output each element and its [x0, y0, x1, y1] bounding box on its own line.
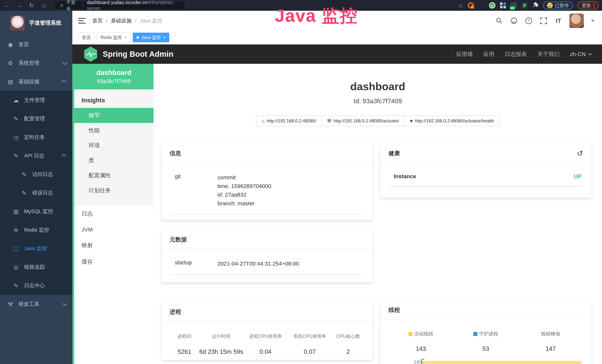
- file-upload-icon: ☁: [13, 97, 19, 104]
- sidebar-item-file-mgmt[interactable]: ☁文件管理: [0, 91, 72, 109]
- process-value-pid: 5261: [170, 348, 199, 355]
- sba-nav-applications[interactable]: 应用: [483, 50, 494, 58]
- live-threads-label: 活动线程: [414, 331, 433, 337]
- sidebar-item-log-center[interactable]: ✎日志中心: [0, 276, 72, 295]
- search-icon[interactable]: [495, 17, 503, 25]
- daemon-threads-swatch: [473, 332, 477, 336]
- sba-item-config-props[interactable]: 配置属性: [74, 168, 153, 183]
- peak-threads-label: 线程峰值: [541, 331, 560, 337]
- app-logo: [10, 16, 25, 30]
- metadata-row-startup: startup 2021-04-27T00:44:31.254+08:00: [170, 258, 364, 275]
- forward-icon[interactable]: →: [16, 2, 23, 9]
- chevron-up-icon: [61, 80, 66, 84]
- security-label[interactable]: 不安全: [66, 0, 79, 11]
- extensions-puzzle-icon[interactable]: [532, 2, 538, 9]
- sidebar-item-infrastructure[interactable]: ▤基础设施: [0, 72, 72, 91]
- sba-item-caches[interactable]: 缓存: [74, 254, 153, 270]
- threads-legend: 活动线程 守护进程 线程峰值 143 53 147: [388, 329, 583, 352]
- fullscreen-icon[interactable]: [540, 17, 548, 25]
- heart-icon: ♥: [410, 118, 413, 124]
- breadcrumb-home[interactable]: 首页: [92, 17, 103, 24]
- threads-chart: 140 120 100: [388, 359, 583, 364]
- tab-java-monitor[interactable]: Java 监控×: [133, 33, 169, 42]
- font-size-icon[interactable]: tT: [555, 17, 562, 25]
- spring-boot-admin-frame: Spring Boot Admin 应用墙 应用 日志报表 关于我们 zh-CN: [72, 44, 602, 364]
- paused-badge[interactable]: 已暂停: [543, 1, 573, 10]
- extension-switch-icon[interactable]: on: [511, 2, 517, 9]
- sidebar-item-home[interactable]: ◉首页: [0, 35, 72, 54]
- info-key: git: [175, 173, 217, 208]
- sba-item-logs[interactable]: 日志: [74, 205, 153, 222]
- peak-threads-value: 147: [518, 345, 583, 352]
- sba-nav-journal[interactable]: 日志报表: [505, 50, 527, 58]
- app-logo-row[interactable]: 芋道管理系统: [0, 11, 72, 35]
- sba-item-jvm[interactable]: JVM: [74, 222, 153, 237]
- collapse-sidebar-icon[interactable]: [78, 18, 86, 24]
- breadcrumb-infrastructure[interactable]: 基础设施: [111, 17, 132, 24]
- sidebar-item-redis-monitor[interactable]: ≋Redis 监控: [0, 221, 72, 239]
- wrench-icon: ⚒: [327, 118, 331, 124]
- github-icon[interactable]: [510, 17, 518, 25]
- process-card: 进程 进程ID 运行时间 进程CPU使用率 系统CPU使用率 CPU核心数: [161, 302, 373, 360]
- extension-leaf-icon[interactable]: [521, 2, 528, 9]
- instance-header[interactable]: dashboard 93a3fc7f7409: [74, 64, 153, 89]
- back-icon[interactable]: ←: [3, 2, 11, 9]
- info-card-title: 信息: [170, 150, 181, 157]
- tab-redis-monitor[interactable]: Redis 监控×: [97, 33, 130, 42]
- health-card: 健康 ↺ Instance UP: [380, 144, 591, 198]
- sba-item-details[interactable]: 细节: [74, 108, 153, 123]
- live-threads-swatch: [408, 332, 412, 336]
- sba-item-classes[interactable]: 类: [74, 153, 153, 168]
- home-icon: ⌂: [262, 118, 265, 124]
- instance-home-link[interactable]: ⌂http://192.168.0.2:48080/: [256, 116, 322, 126]
- sba-brand[interactable]: Spring Boot Admin: [83, 46, 173, 62]
- health-key: Instance: [394, 173, 416, 180]
- extension-orange-icon[interactable]: [468, 2, 474, 9]
- tab-home[interactable]: 首页: [78, 33, 95, 42]
- instance-links: ⌂http://192.168.0.2:48080/ ⚒http://192.1…: [153, 116, 602, 126]
- reload-icon[interactable]: ↻: [28, 2, 35, 9]
- bookmark-star-icon[interactable]: ☆: [458, 2, 463, 9]
- error-log-icon: ✎: [21, 190, 27, 196]
- process-value-system-cpu: 0.07: [288, 348, 332, 355]
- sidebar-item-api-logs[interactable]: ✎API 日志: [0, 147, 72, 165]
- sba-item-mappings[interactable]: 映射: [74, 237, 153, 254]
- page-title: dashboard: [153, 80, 602, 93]
- process-value-uptime: 6d 23h 15m 59s: [199, 348, 243, 355]
- sidebar-item-tracing[interactable]: ◎链路追踪: [0, 258, 72, 276]
- extension-y-icon[interactable]: [489, 2, 495, 9]
- sba-nav-about[interactable]: 关于我们: [537, 50, 559, 58]
- sidebar-item-config-mgmt[interactable]: ✎配置管理: [0, 109, 72, 128]
- sidebar-item-error-logs[interactable]: ✎错误日志: [0, 183, 72, 202]
- health-card-title: 健康: [388, 150, 400, 157]
- process-value-cpus: 2: [332, 348, 364, 355]
- close-icon[interactable]: ×: [163, 35, 166, 40]
- sidebar-item-system-mgmt[interactable]: ⚙系统管理: [0, 54, 72, 72]
- actuator-link[interactable]: ⚒http://192.168.0.2:48080/actuator: [322, 116, 405, 126]
- sidebar-item-java-monitor[interactable]: ▢Java 监控: [0, 239, 72, 258]
- health-link[interactable]: ♥http://192.168.0.2:48080/actuator/healt…: [404, 116, 499, 126]
- sba-item-metrics[interactable]: 性能: [74, 123, 153, 138]
- sidebar-item-scheduled-tasks[interactable]: ◷定时任务: [0, 128, 72, 147]
- kebab-menu-icon[interactable]: [593, 3, 594, 8]
- mysql-icon: ▥: [13, 208, 19, 215]
- sba-item-scheduled-tasks[interactable]: 计划任务: [74, 183, 153, 198]
- sba-logo-icon: [83, 46, 98, 62]
- browser-home-icon[interactable]: ⌂: [40, 2, 47, 9]
- close-icon[interactable]: ×: [124, 35, 127, 40]
- update-button[interactable]: 更新: [578, 1, 599, 10]
- sidebar-item-mysql-monitor[interactable]: ▥MySQL 监控: [0, 202, 72, 221]
- history-icon[interactable]: ↺: [577, 150, 583, 157]
- caret-down-icon[interactable]: [591, 20, 595, 22]
- sidebar-item-dev-tools[interactable]: ⚒研发工具: [0, 295, 72, 313]
- sba-nav-wallboard[interactable]: 应用墙: [456, 50, 473, 58]
- health-row-instance[interactable]: Instance UP: [388, 172, 583, 187]
- extension-grid-icon[interactable]: [500, 2, 506, 9]
- help-icon[interactable]: ?: [525, 17, 533, 25]
- sba-item-environment[interactable]: 环境: [74, 138, 153, 153]
- sidebar-item-access-logs[interactable]: ✎访问日志: [0, 165, 72, 183]
- extension-pin-icon[interactable]: [478, 2, 485, 9]
- locale-select[interactable]: zh-CN: [570, 51, 591, 57]
- address-bar[interactable]: ⚠ 不安全 dashboard.yudao.iocoder.cn/infra/a…: [55, 1, 185, 9]
- user-avatar[interactable]: [569, 13, 584, 28]
